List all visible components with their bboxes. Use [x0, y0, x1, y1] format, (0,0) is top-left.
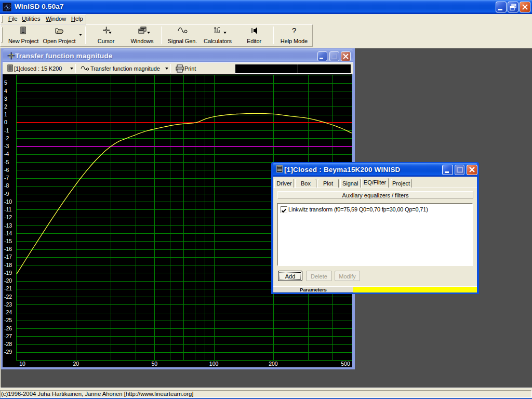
svg-text:0: 0	[4, 119, 7, 125]
svg-text:200: 200	[269, 361, 278, 367]
svg-text:-15: -15	[4, 238, 12, 244]
svg-text:-19: -19	[4, 270, 12, 276]
svg-text:5: 5	[4, 79, 7, 86]
svg-text:-4: -4	[4, 151, 9, 157]
svg-text:-6: -6	[4, 167, 9, 173]
svg-text:-17: -17	[4, 254, 12, 260]
svg-text:10: 10	[19, 361, 25, 367]
svg-text:-20: -20	[4, 277, 12, 284]
svg-text:-25: -25	[4, 317, 12, 323]
svg-text:-23: -23	[4, 301, 12, 308]
svg-text:-1: -1	[4, 127, 9, 134]
svg-text:3: 3	[4, 96, 7, 102]
svg-text:-9: -9	[4, 191, 9, 197]
svg-text:-5: -5	[4, 159, 9, 165]
svg-text:1: 1	[4, 111, 7, 117]
svg-text:-13: -13	[4, 222, 12, 229]
svg-text:-18: -18	[4, 262, 12, 268]
svg-text:-11: -11	[4, 206, 12, 212]
svg-text:-3: -3	[4, 143, 9, 149]
svg-text:-12: -12	[4, 214, 12, 220]
svg-text:-7: -7	[4, 175, 9, 181]
svg-text:-10: -10	[4, 198, 12, 205]
svg-text:100: 100	[209, 361, 219, 367]
svg-text:-24: -24	[4, 309, 12, 315]
svg-text:-14: -14	[4, 230, 12, 236]
svg-text:-28: -28	[4, 341, 12, 347]
svg-text:2: 2	[4, 103, 7, 110]
svg-text:-8: -8	[4, 182, 9, 189]
svg-text:-29: -29	[4, 349, 12, 355]
svg-text:-21: -21	[4, 285, 12, 291]
svg-text:-2: -2	[4, 135, 9, 141]
svg-text:20: 20	[73, 361, 79, 367]
svg-text:-27: -27	[4, 333, 12, 339]
svg-text:-22: -22	[4, 294, 12, 300]
svg-text:-16: -16	[4, 246, 12, 252]
svg-text:500: 500	[341, 361, 350, 367]
svg-text:50: 50	[151, 361, 157, 367]
svg-text:4: 4	[4, 88, 7, 94]
svg-text:-26: -26	[4, 325, 12, 331]
